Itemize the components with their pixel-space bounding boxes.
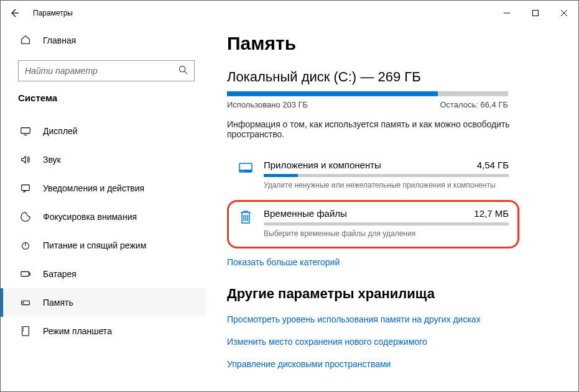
disk-free-label: Осталось: 66,4 ГБ bbox=[440, 100, 508, 109]
sidebar-item-display[interactable]: Дисплей bbox=[1, 117, 206, 145]
storage-icon bbox=[19, 297, 32, 308]
sidebar-item-battery[interactable]: Батарея bbox=[1, 260, 206, 288]
search-box[interactable] bbox=[18, 60, 195, 81]
tablet-icon bbox=[19, 326, 32, 337]
home-label: Главная bbox=[32, 35, 76, 45]
link-storage-spaces[interactable]: Управление дисковыми пространствами bbox=[227, 359, 391, 369]
sidebar-item-label: Фокусировка внимания bbox=[32, 212, 137, 222]
sidebar-item-label: Дисплей bbox=[32, 126, 78, 136]
sidebar-item-label: Звук bbox=[32, 155, 61, 165]
category-hint: Выберите временные файлы для удаления bbox=[264, 229, 509, 238]
sidebar-item-label: Питание и спящий режим bbox=[32, 240, 146, 250]
svg-rect-0 bbox=[533, 11, 539, 16]
display-icon bbox=[19, 125, 32, 137]
sidebar-item-sound[interactable]: Звук bbox=[1, 145, 206, 174]
sound-icon bbox=[19, 154, 32, 165]
category-header: Система bbox=[1, 93, 206, 111]
battery-icon bbox=[19, 268, 32, 280]
page-title: Память bbox=[227, 33, 554, 54]
category-name: Временные файлы bbox=[264, 208, 347, 219]
search-input[interactable] bbox=[25, 66, 178, 76]
category-size: 12,7 МБ bbox=[474, 208, 509, 219]
trash-icon bbox=[238, 208, 254, 233]
home-link[interactable]: Главная bbox=[1, 28, 206, 53]
window-controls bbox=[493, 3, 578, 23]
category-apps[interactable]: Приложения и компоненты 4,54 ГБ Удалите … bbox=[227, 152, 519, 200]
category-size: 4,54 ГБ bbox=[477, 160, 509, 170]
apps-icon bbox=[238, 160, 254, 185]
link-save-locations[interactable]: Изменить место сохранения нового содержи… bbox=[227, 337, 427, 347]
minimize-button[interactable] bbox=[493, 3, 521, 23]
sidebar-item-label: Батарея bbox=[32, 269, 76, 279]
sidebar-item-focus[interactable]: Фокусировка внимания bbox=[1, 203, 206, 231]
disk-usage-bar bbox=[227, 91, 508, 96]
close-button[interactable] bbox=[550, 3, 578, 23]
show-more-link[interactable]: Показать больше категорий bbox=[227, 257, 340, 267]
power-icon bbox=[19, 240, 32, 251]
disk-usage-fill bbox=[227, 91, 438, 96]
category-temp-files[interactable]: Временные файлы 12,7 МБ Выберите временн… bbox=[227, 200, 519, 248]
window-title: Параметры bbox=[28, 9, 493, 17]
svg-rect-2 bbox=[21, 128, 30, 134]
svg-rect-3 bbox=[22, 185, 30, 191]
svg-rect-6 bbox=[29, 273, 30, 275]
disk-labels: Использовано 203 ГБ Осталось: 66,4 ГБ bbox=[227, 100, 508, 109]
category-bar bbox=[264, 174, 509, 177]
main-content: Память Локальный диск (C:) — 269 ГБ Испо… bbox=[206, 25, 578, 391]
search-icon bbox=[178, 65, 188, 76]
sidebar-item-label: Режим планшета bbox=[32, 326, 112, 336]
category-name: Приложения и компоненты bbox=[264, 160, 381, 170]
nav-list: Дисплей Звук Уведомления и действия bbox=[1, 111, 206, 345]
sidebar-item-power[interactable]: Питание и спящий режим bbox=[1, 231, 206, 260]
settings-window: Параметры Главная bbox=[0, 0, 579, 392]
maximize-button[interactable] bbox=[521, 3, 550, 23]
disk-used-label: Использовано 203 ГБ bbox=[227, 100, 308, 109]
svg-point-1 bbox=[179, 66, 185, 71]
category-bar bbox=[264, 222, 509, 226]
svg-point-12 bbox=[241, 170, 241, 171]
title-bar: Параметры bbox=[1, 1, 578, 25]
back-button[interactable] bbox=[1, 1, 28, 25]
focus-icon bbox=[19, 211, 32, 222]
storage-description: Информация о том, как используется памят… bbox=[227, 119, 513, 139]
sidebar-item-label: Память bbox=[32, 298, 73, 308]
notifications-icon bbox=[19, 183, 32, 194]
svg-point-14 bbox=[243, 170, 244, 171]
sidebar: Главная Система Дисплей bbox=[1, 25, 206, 391]
link-other-drives[interactable]: Просмотреть уровень использования памяти… bbox=[227, 314, 481, 324]
other-storage-title: Другие параметры хранилища bbox=[227, 286, 554, 302]
svg-point-13 bbox=[242, 170, 243, 171]
sidebar-item-label: Уведомления и действия bbox=[32, 183, 144, 193]
sidebar-item-tablet[interactable]: Режим планшета bbox=[1, 317, 206, 345]
sidebar-item-storage[interactable]: Память bbox=[1, 288, 206, 317]
home-icon bbox=[19, 34, 32, 47]
svg-point-8 bbox=[23, 303, 24, 303]
disk-title: Локальный диск (C:) — 269 ГБ bbox=[227, 69, 554, 85]
category-hint: Удалите ненужные или нежелательные прило… bbox=[264, 181, 509, 189]
svg-rect-5 bbox=[21, 271, 29, 276]
sidebar-item-notifications[interactable]: Уведомления и действия bbox=[1, 174, 206, 203]
